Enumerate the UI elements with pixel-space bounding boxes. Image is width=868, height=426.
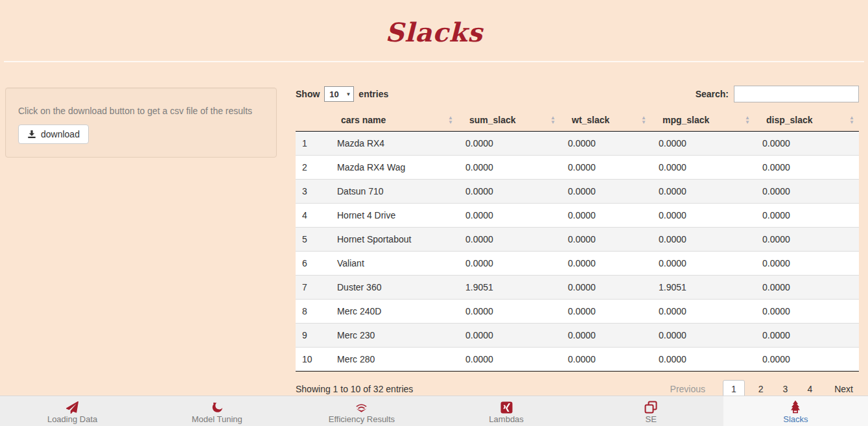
tab-slacks[interactable]: Slacks [723,396,868,426]
chevron-down-icon: ▼ [346,91,351,97]
column-header-disp-slack[interactable]: disp_slack ▲▼ [755,109,859,132]
cell-car-name: Merc 280 [329,348,458,372]
tab-label: Lambdas [489,414,523,424]
cell-car-name: Mazda RX4 Wag [329,156,458,180]
show-label: Show [296,89,320,99]
search-control: Search: [696,86,859,102]
tab-lambdas[interactable]: Lambdas [434,396,579,426]
sort-icon: ▲▼ [448,115,453,124]
sort-icon: ▲▼ [849,115,854,124]
table-row: 1 Mazda RX4 0.0000 0.0000 0.0000 0.0000 [296,132,859,156]
tab-label: Loading Data [47,414,97,424]
cell-car-name: Hornet Sportabout [329,228,458,252]
table-header-row: cars name ▲▼ sum_slack ▲▼ wt_slack ▲▼ mp… [296,109,859,132]
audible-icon [355,399,368,414]
download-panel: Click on the download button to get a cs… [5,88,277,158]
tab-label: Slacks [783,414,808,424]
tree-icon [789,399,802,414]
table-row: 10 Merc 280 0.0000 0.0000 0.0000 0.0000 [296,348,859,372]
tab-label: SE [646,414,657,424]
tab-efficiency-results[interactable]: Efficiency Results [289,396,434,426]
search-label: Search: [696,89,729,99]
cell-car-name: Hornet 4 Drive [329,204,458,228]
table-row: 6 Valiant 0.0000 0.0000 0.0000 0.0000 [296,252,859,276]
column-header-sum-slack[interactable]: sum_slack ▲▼ [458,109,560,132]
cell-car-name: Duster 360 [329,276,458,300]
download-instruction: Click on the download button to get a cs… [18,106,264,116]
tab-loading-data[interactable]: Loading Data [0,396,145,426]
search-input[interactable] [734,86,859,102]
xing-square-icon [500,399,513,414]
cell-car-name: Merc 230 [329,324,458,348]
cell-car-name: Merc 240D [329,300,458,324]
paper-plane-icon [66,399,78,414]
clone-icon [644,399,657,414]
table-row: 9 Merc 230 0.0000 0.0000 0.0000 0.0000 [296,324,859,348]
table-row: 3 Datsun 710 0.0000 0.0000 0.0000 0.0000 [296,180,859,204]
cell-car-name: Datsun 710 [329,180,458,204]
page-length-control: Show 10 ▼ entries [296,86,388,102]
table-row: 2 Mazda RX4 Wag 0.0000 0.0000 0.0000 0.0… [296,156,859,180]
sort-icon: ▲▼ [745,115,750,124]
table-row: 5 Hornet Sportabout 0.0000 0.0000 0.0000… [296,228,859,252]
sort-icon: ▲▼ [641,115,646,124]
page-header: Slacks [0,0,868,47]
table-row: 4 Hornet 4 Drive 0.0000 0.0000 0.0000 0.… [296,204,859,228]
bottom-navbar: Loading Data Model Tuning Efficiency Res… [0,396,868,426]
download-button-label: download [41,129,80,139]
tab-model-tuning[interactable]: Model Tuning [145,396,289,426]
slacks-table: cars name ▲▼ sum_slack ▲▼ wt_slack ▲▼ mp… [296,109,859,372]
results-table-area: Show 10 ▼ entries Search: cars name ▲▼ [296,85,859,398]
column-header-cars-name[interactable]: cars name ▲▼ [329,109,458,132]
header-divider [4,61,864,62]
sort-icon: ▲▼ [550,115,556,124]
column-header-mpg-slack[interactable]: mpg_slack ▲▼ [651,109,755,132]
tab-se[interactable]: SE [579,396,723,426]
page-length-value: 10 [325,89,338,99]
page-title: Slacks [0,17,868,47]
entries-label: entries [358,89,388,99]
table-row: 8 Merc 240D 0.0000 0.0000 0.0000 0.0000 [296,300,859,324]
cell-car-name: Valiant [329,252,458,276]
download-button[interactable]: download [18,124,89,144]
page-length-select[interactable]: 10 ▼ [324,86,354,102]
cell-car-name: Mazda RX4 [329,132,458,156]
table-info: Showing 1 to 10 of 32 entries [296,384,413,394]
column-header-wt-slack[interactable]: wt_slack ▲▼ [560,109,651,132]
tab-label: Efficiency Results [329,414,395,424]
crescent-icon [211,399,223,414]
download-icon [27,130,36,139]
column-header-index [296,109,329,132]
table-row: 7 Duster 360 1.9051 0.0000 1.9051 0.0000 [296,276,859,300]
datatable-controls: Show 10 ▼ entries Search: [296,85,859,103]
tab-label: Model Tuning [192,414,242,424]
